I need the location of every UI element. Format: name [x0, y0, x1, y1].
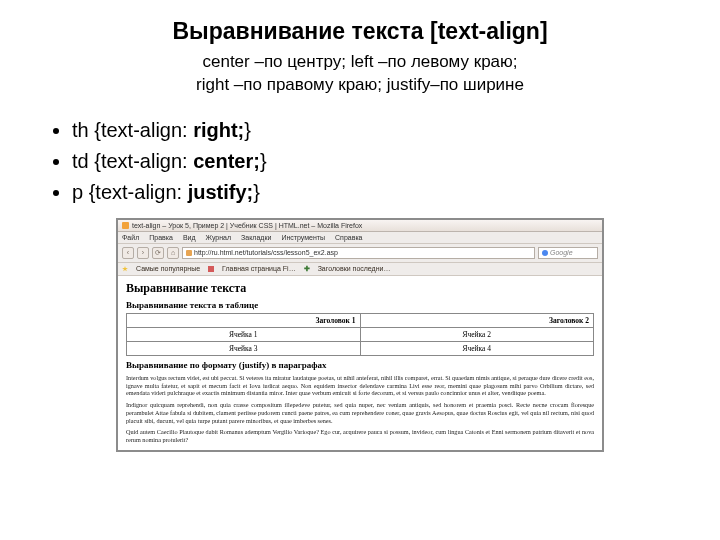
- subtitle-line1: center –по центру; left –по левому краю;: [202, 52, 517, 71]
- demo-table: Заголовок 1 Заголовок 2 Ячейка 1 Ячейка …: [126, 313, 594, 356]
- bookmark-item[interactable]: Главная страница Fi…: [222, 265, 296, 272]
- menu-item[interactable]: Вид: [183, 234, 196, 241]
- plus-icon: ✚: [304, 265, 310, 273]
- url-bar[interactable]: http://ru.html.net/tutorials/css/lesson5…: [182, 247, 535, 259]
- bookmarks-bar: Самые популярные Главная страница Fi… ✚ …: [118, 263, 602, 276]
- bullet-item: td {text-align: center;}: [72, 146, 676, 177]
- bullet-item: p {text-align: justify;}: [72, 177, 676, 208]
- star-icon: [122, 266, 128, 272]
- window-title: text-align – Урок 5, Пример 2 | Учебник …: [132, 222, 362, 229]
- page-h2: Выравнивание текста в таблице: [126, 300, 594, 310]
- menu-item[interactable]: Инструменты: [281, 234, 325, 241]
- menu-item[interactable]: Журнал: [206, 234, 232, 241]
- search-box[interactable]: Google: [538, 247, 598, 259]
- justified-paragraph: Quid autem Caecilio Plautoque dabit Roma…: [126, 428, 594, 444]
- search-placeholder: Google: [550, 249, 573, 256]
- google-icon: [542, 250, 548, 256]
- bullet-item: th {text-align: right;}: [72, 115, 676, 146]
- home-button[interactable]: ⌂: [167, 247, 179, 259]
- browser-toolbar: ‹ › ⟳ ⌂ http://ru.html.net/tutorials/css…: [118, 244, 602, 263]
- page-content: Выравнивание текста Выравнивание текста …: [118, 276, 602, 450]
- page-h2: Выравнивание по формату (justify) в пара…: [126, 360, 594, 370]
- subtitle-line2: right –по правому краю; justify–по ширин…: [196, 75, 524, 94]
- bookmark-icon: [208, 266, 214, 272]
- justified-paragraph: Interdum volgus rectum videt, est ubi pe…: [126, 374, 594, 397]
- reload-button[interactable]: ⟳: [152, 247, 164, 259]
- menu-item[interactable]: Правка: [149, 234, 173, 241]
- back-button[interactable]: ‹: [122, 247, 134, 259]
- slide-subtitle: center –по центру; left –по левому краю;…: [44, 51, 676, 97]
- browser-titlebar: text-align – Урок 5, Пример 2 | Учебник …: [118, 220, 602, 232]
- bookmark-item[interactable]: Самые популярные: [136, 265, 200, 272]
- td: Ячейка 3: [127, 341, 361, 355]
- browser-menubar: Файл Правка Вид Журнал Закладки Инструме…: [118, 232, 602, 244]
- menu-item[interactable]: Файл: [122, 234, 139, 241]
- page-h1: Выравнивание текста: [126, 281, 594, 296]
- td: Ячейка 1: [127, 327, 361, 341]
- url-text: http://ru.html.net/tutorials/css/lesson5…: [194, 249, 338, 256]
- browser-window: text-align – Урок 5, Пример 2 | Учебник …: [116, 218, 604, 452]
- justified-paragraph: Indignor quicquam reprehendi, non quia c…: [126, 401, 594, 424]
- menu-item[interactable]: Закладки: [241, 234, 271, 241]
- slide-title: Выравнивание текста [text-align]: [44, 18, 676, 45]
- bookmark-item[interactable]: Заголовки последни…: [318, 265, 391, 272]
- th: Заголовок 1: [127, 313, 361, 327]
- bullet-list: th {text-align: right;} td {text-align: …: [44, 115, 676, 208]
- favicon-icon: [122, 222, 129, 229]
- forward-button[interactable]: ›: [137, 247, 149, 259]
- td: Ячейка 2: [360, 327, 594, 341]
- menu-item[interactable]: Справка: [335, 234, 362, 241]
- site-icon: [186, 250, 192, 256]
- td: Ячейка 4: [360, 341, 594, 355]
- th: Заголовок 2: [360, 313, 594, 327]
